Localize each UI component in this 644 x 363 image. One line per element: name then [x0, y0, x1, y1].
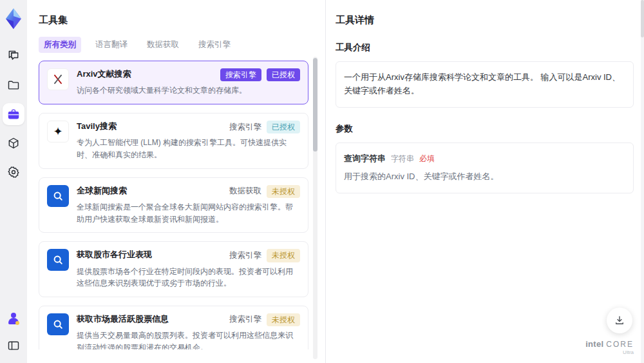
tab-data-fetch[interactable]: 数据获取 [142, 37, 184, 53]
page-title: 工具集 [39, 14, 308, 26]
rail-nav [3, 45, 24, 183]
tab-all-categories[interactable]: 所有类别 [39, 37, 81, 53]
param-description: 用于搜索的Arxiv ID、关键字或作者姓名。 [344, 170, 625, 184]
download-button[interactable] [607, 308, 632, 333]
list-scrollbar[interactable] [313, 57, 317, 359]
folder-icon[interactable] [3, 74, 24, 96]
tool-description: 提供当天交易量最高的股票列表。投资者可以利用这些信息来识别流动性强的股票和潜在的… [77, 329, 300, 349]
left-rail [0, 0, 27, 363]
tool-card-list: Arxiv文献搜索 搜索引擎 已授权 访问各个研究领域大量科学论文和文章的存储库… [39, 61, 308, 349]
tool-description: 访问各个研究领域大量科学论文和文章的存储库。 [77, 84, 300, 97]
tool-name: 全球新闻搜索 [77, 185, 127, 197]
param-name: 查询字符串 [344, 152, 386, 166]
intro-box: 一个用于从Arxiv存储库搜索科学论文和文章的工具。 输入可以是Arxiv ID… [336, 61, 634, 108]
intel-core-logo: intel CORE Ultra [585, 339, 634, 355]
arxiv-icon [47, 68, 69, 90]
tool-detail-panel: 工具详情 工具介绍 一个用于从Arxiv存储库搜索科学论文和文章的工具。 输入可… [327, 0, 644, 363]
intro-text: 一个用于从Arxiv存储库搜索科学论文和文章的工具。 输入可以是Arxiv ID… [344, 72, 620, 95]
user-avatar-icon[interactable] [3, 308, 24, 329]
tool-name: Tavily搜索 [77, 121, 117, 132]
params-heading: 参数 [336, 123, 634, 135]
param-required-flag: 必填 [419, 153, 435, 165]
auth-status-badge: 已授权 [267, 121, 300, 133]
ultra-wordmark: Ultra [585, 349, 634, 355]
tool-name: Arxiv文献搜索 [77, 68, 131, 80]
auth-status-badge: 未授权 [267, 313, 300, 326]
window-scrollbar-thumb[interactable] [641, 0, 644, 37]
param-type: 字符串 [391, 153, 414, 165]
category-badge: 搜索引擎 [220, 68, 261, 81]
category-label: 数据获取 [229, 186, 261, 197]
core-wordmark: CORE [606, 340, 634, 349]
auth-status-badge: 未授权 [267, 185, 300, 198]
list-scrollbar-thumb[interactable] [313, 58, 317, 152]
briefcase-icon[interactable] [3, 103, 24, 125]
global-news-icon [47, 185, 69, 207]
tools-list-panel: 工具集 所有类别 语言翻译 数据获取 搜索引擎 Arxiv文献搜索 搜索引擎 已… [27, 0, 326, 363]
package-icon[interactable] [3, 132, 24, 154]
tool-card-active-stocks[interactable]: 获取市场最活跃股票信息 搜索引擎 未授权 提供当天交易量最高的股票列表。投资者可… [39, 306, 308, 349]
param-box: 查询字符串 字符串 必填 用于搜索的Arxiv ID、关键字或作者姓名。 [336, 142, 634, 194]
category-label: 搜索引擎 [229, 122, 261, 133]
detail-title: 工具详情 [336, 14, 634, 26]
tool-description: 全球新闻搜索是一个聚合全球各大新闻网站内容的搜索引擎。帮助用户快速获取全球最新资… [77, 201, 300, 225]
tool-card-arxiv[interactable]: Arxiv文献搜索 搜索引擎 已授权 访问各个研究领域大量科学论文和文章的存储库… [39, 61, 308, 104]
tool-name: 获取市场最活跃股票信息 [77, 313, 169, 325]
tool-card-global-news[interactable]: 全球新闻搜索 数据获取 未授权 全球新闻搜索是一个聚合全球各大新闻网站内容的搜索… [39, 177, 308, 233]
collapse-panel-icon[interactable] [3, 335, 24, 357]
tab-search-engine[interactable]: 搜索引擎 [193, 37, 236, 53]
category-tabs: 所有类别 语言翻译 数据获取 搜索引擎 [39, 37, 308, 53]
tool-name: 获取股市各行业表现 [77, 249, 152, 260]
active-stocks-icon [47, 313, 69, 335]
app-logo [4, 8, 23, 30]
tool-description: 提供股票市场各个行业在特定时间段内的表现。投资者可以利用这些信息来识别表现优于或… [77, 266, 300, 289]
intel-wordmark: intel [585, 339, 603, 349]
tool-card-stock-sectors[interactable]: 获取股市各行业表现 搜索引擎 未授权 提供股票市场各个行业在特定时间段内的表现。… [39, 241, 308, 297]
tool-card-tavily[interactable]: ✦ Tavily搜索 搜索引擎 已授权 专为人工智能代理 (LLM) 构建的搜索… [39, 113, 308, 169]
chat-icon[interactable] [3, 45, 24, 67]
intro-heading: 工具介绍 [336, 42, 634, 54]
auth-status-badge: 未授权 [267, 249, 300, 262]
tool-description: 专为人工智能代理 (LLM) 构建的搜索引擎工具。可快速提供实时、准确和真实的结… [77, 137, 300, 161]
tavily-star-icon: ✦ [47, 121, 69, 142]
settings-gear-icon[interactable] [3, 161, 24, 183]
tab-language-translation[interactable]: 语言翻译 [90, 37, 133, 53]
stock-sector-icon [47, 249, 69, 271]
category-label: 搜索引擎 [229, 314, 261, 325]
auth-status-badge: 已授权 [267, 68, 300, 81]
rail-bottom [3, 308, 24, 357]
category-label: 搜索引擎 [229, 250, 261, 261]
window-scrollbar[interactable] [641, 0, 644, 363]
